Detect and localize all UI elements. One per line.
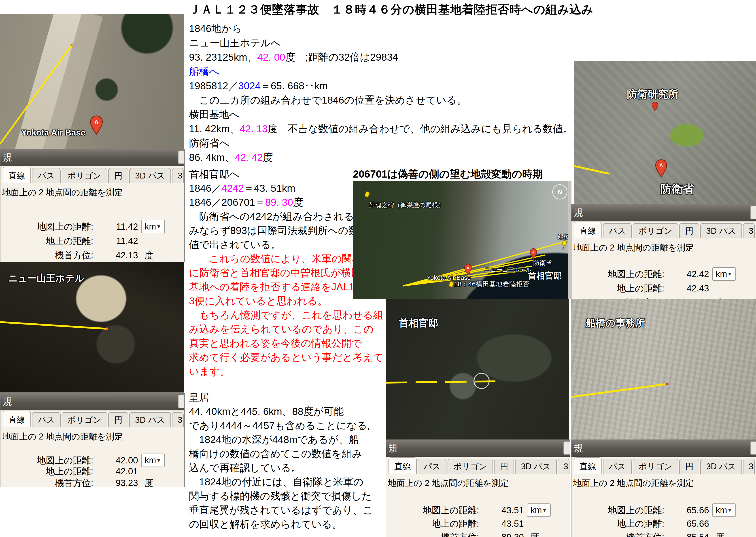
chevron-down-icon: ▼ [542,507,547,513]
ruler-row-label: 機首方位: [399,531,479,537]
ruler-tab-4[interactable]: 円 [108,412,128,428]
ruler-tab-1[interactable]: 直線 [389,457,417,474]
ruler-tab-5[interactable]: 3D パス [129,412,171,428]
chevron-down-icon: ▼ [156,224,161,230]
pushpin-icon [448,281,454,291]
ruler-tab-3[interactable]: ポリゴン [633,223,678,238]
ruler-tab-1[interactable]: 直線 [574,457,602,474]
text-segment: 橋向けの数値の含めてこの数値を組み [189,448,362,459]
ruler-row-tail: km▼ [712,504,756,517]
ruler-tab-3[interactable]: ポリゴン [447,459,493,474]
text-segment: みならず893は国際司法裁判所への数 [189,225,358,236]
text-line: 1985812／3024＝65. 668･･km [189,79,573,93]
text-segment: 首相官邸へ [189,168,239,180]
ruler-tab-bar: 直線パスポリゴン円3D パス3D ポリゴン◄ [0,169,184,183]
ruler-row-2: 地上の距離:65.66 [571,517,756,530]
ruler-row-2: 地上の距離:43.51 [386,517,570,530]
ruler-row-tail: km▼ [712,267,756,281]
ruler-tab-1[interactable]: 直線 [3,411,31,428]
unit-value: km [145,456,156,465]
text-segment: であり4444～4457も含めることになる。 [189,420,377,431]
helipad-icon [474,373,489,389]
map-label-overview-sanno: ニュー山王ホテル [484,266,532,273]
measure-line-defense [574,61,756,204]
text-segment: 1824地の水深が448mであるが、船 [189,434,359,445]
page-canvas: ＪＡＬ１２３便墜落事故 １８時４６分の横田基地着陸拒否時への組み込み 1846地… [0,0,756,537]
ruler-tab-4[interactable]: 円 [679,459,699,474]
text-segment: ＝65. 668･･km [261,80,328,92]
ruler-tab-5[interactable]: 3D パス [129,168,171,183]
ruler-tab-2[interactable]: パス [603,459,632,474]
ruler-tab-6[interactable]: 3D ポリゴン [743,459,755,474]
map-yokota-air-base: A Yokota Air Base [0,14,184,149]
ruler-tab-5[interactable]: 3D パス [700,223,742,238]
ruler-tab-5[interactable]: 3D パス [700,459,742,474]
ruler-row-value: 42.13 [93,250,138,260]
ruler-tab-4[interactable]: 円 [494,459,514,474]
text-segment: 値で出されている。 [189,239,281,250]
ruler-tab-3[interactable]: ポリゴン [62,168,107,183]
ruler-tab-2[interactable]: パス [603,223,632,238]
text-line: います。 [189,364,383,378]
text-line: であり4444～4457も含めることになる。 [189,419,377,433]
ruler-tab-5[interactable]: 3D パス [515,459,557,474]
text-block-koukyo: 皇居44. 40kmと445. 6km、88度が可能であり4444～4457も含… [189,390,377,531]
svg-text:A: A [467,266,469,270]
ruler-tab-6[interactable]: 3D ポリゴン [172,412,184,428]
ruler-tab-3[interactable]: ポリゴン [62,412,107,428]
text-line: 44. 40kmと445. 6km、88度が可能 [189,404,377,419]
ruler-window-titlebar: 規 [386,439,570,457]
text-segment: 1846／ [189,183,222,194]
map-label-refusal: 18：46横田基地着陸拒否 [454,279,529,289]
text-line: 93. 23125km、42. 00度 ;距離の32倍は29834 [189,50,573,64]
window-button-sliver [750,441,756,455]
ruler-tab-4[interactable]: 円 [108,168,128,183]
ruler-tab-bar: 直線パスポリゴン円3D パス3D ポリゴン◄ [386,460,570,474]
svg-text:A: A [532,250,535,254]
text-segment: に防衛省と首相官邸の中曽根氏が横田 [189,267,361,278]
ruler-row-label: 地上の距離: [13,465,93,477]
ruler-tab-4[interactable]: 円 [679,223,699,238]
ruler-tab-1[interactable]: 直線 [3,167,31,183]
text-segment: 1985812／ [189,80,238,92]
ruler-tab-3[interactable]: ポリゴン [633,459,678,474]
text-segment: 度 不吉な数値の組み合わせで、他の組み込みにも見られる数値。 [268,123,573,135]
ruler-row-1: 地図上の距離:65.66km▼ [571,504,756,517]
text-line: この二カ所の組み合わせで1846の位置を決めさせている。 [189,93,573,107]
text-segment: 防衛省へ [189,137,230,149]
unit-select[interactable]: km▼ [712,267,736,281]
window-button-sliver [564,441,570,455]
text-line: 船橋へ [189,64,573,79]
text-segment: 込んで再確認している。 [189,462,301,474]
ruler-row-tail: km▼ [527,504,570,517]
ruler-tab-1[interactable]: 直線 [574,222,602,238]
ruler-row-tail: 度 [141,477,185,487]
ruler-row-value: 65.66 [664,505,709,515]
map-funabashi: 船橋の事務所 [571,299,756,439]
ruler-tab-2[interactable]: パス [418,459,446,474]
ruler-window-titlebar: 規 [0,149,184,166]
text-segment: み込みを伝えられているのであり、この [189,323,374,335]
ruler-panel-defense: 規直線パスポリゴン円3D パス3D ポリゴン◄地面上の 2 地点間の距離を測定地… [571,204,756,299]
ruler-tab-2[interactable]: パス [32,168,61,183]
ruler-row-1: 地図上の距離:42.00km▼ [0,454,184,465]
unit-select[interactable]: km▼ [141,454,165,467]
unit-select[interactable]: km▼ [712,504,736,517]
text-segment: 度 [263,152,273,163]
map-pin-a-icon: A [90,115,103,135]
ruler-row-value: 85.54 [664,532,709,537]
ruler-tab-6[interactable]: 3D ポリゴン [743,223,755,238]
ruler-tab-6[interactable]: 3D ポリゴン [172,168,184,183]
unit-value: km [716,269,727,279]
text-line: もちろん憶測ですが、これを思わせる組 [189,308,383,322]
degree-suffix: 度 [715,531,724,537]
unit-select[interactable]: km▼ [141,220,165,233]
degree-suffix: 度 [144,249,153,262]
ruler-tab-6[interactable]: 3D ポリゴン [558,459,569,474]
text-segment: 垂直尾翼が残されているはずであり、こ [189,504,373,516]
measure-line-sanno [0,262,184,392]
unit-select[interactable]: km▼ [527,504,551,517]
ruler-tab-2[interactable]: パス [32,412,61,428]
text-segment: 3便に入れていると思われる。 [189,295,328,307]
text-segment: この二カ所の組み合わせで1846の位置を決めさせている。 [189,94,467,106]
